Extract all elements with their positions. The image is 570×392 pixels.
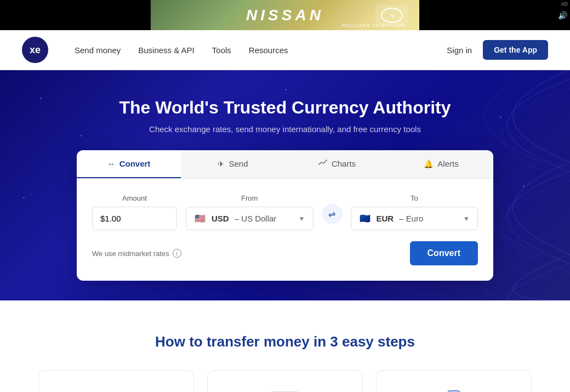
to-currency-name: – Euro [399,214,423,223]
from-currency-display: 🇺🇸 USD – US Dollar [194,214,276,223]
steps-section: How to transfer money in 3 easy steps [0,300,570,392]
nav-send-money[interactable]: Send money [75,46,121,55]
converter-tabs: ↔ Convert ✈ Send Charts 🔔 Alerts [77,150,493,179]
swap-btn-wrapper: ⇌ [322,204,342,230]
midmarket-note: We use midmarket rates i [92,249,181,258]
to-currency-code: EUR [377,214,394,223]
send-tab-icon: ✈ [218,160,224,168]
step-3-card: 3. Confirm and send Check the currencies… [376,370,532,392]
ad-content[interactable]: NISSAN N ROLLOVER TO EXPLORE [151,0,419,30]
navbar: xe Send money Business & API Tools Resou… [0,30,570,70]
hero-section: The World's Trusted Currency Authority C… [0,70,570,300]
nav-resources[interactable]: Resources [249,46,288,55]
step-3-icon-wrapper [432,386,476,392]
nav-business-api[interactable]: Business & API [138,46,195,55]
amount-field-group: Amount [92,194,177,230]
sign-in-link[interactable]: Sign in [447,46,472,55]
from-flag: 🇺🇸 [194,214,206,223]
from-currency-name: – US Dollar [235,214,277,223]
from-currency-chevron: ▼ [299,215,305,223]
ad-banner: NISSAN N ROLLOVER TO EXPLORE 🔊 AD [0,0,570,30]
to-currency-select[interactable]: 🇪🇺 EUR – Euro ▼ [351,207,478,230]
from-label: From [186,194,314,202]
ad-brand-text: NISSAN [246,7,324,24]
tab-charts[interactable]: Charts [285,150,389,178]
amount-input[interactable] [92,207,177,230]
swap-currencies-button[interactable]: ⇌ [322,204,342,224]
to-label: To [351,194,478,202]
tab-convert-label: Convert [119,159,151,168]
midmarket-info-icon[interactable]: i [173,249,181,258]
tab-alerts[interactable]: 🔔 Alerts [389,150,493,178]
ad-rollover-text: ROLLOVER TO EXPLORE [342,23,406,28]
tab-send[interactable]: ✈ Send [181,150,285,178]
from-currency-select[interactable]: 🇺🇸 USD – US Dollar ▼ [186,207,314,230]
tab-convert[interactable]: ↔ Convert [77,150,181,178]
step-2-card: 2. Enter details Add recipient (you'll n… [207,370,363,392]
hero-subtitle: Check exchange rates, send money interna… [11,124,559,134]
midmarket-text: We use midmarket rates [92,249,169,258]
tab-charts-label: Charts [332,159,356,168]
converter-fields: Amount From 🇺🇸 USD – US Dollar ▼ [92,194,478,230]
to-field-group: To 🇪🇺 EUR – Euro ▼ [351,194,478,230]
hero-title: The World's Trusted Currency Authority [11,98,559,118]
steps-grid: 1. Create account It takes just a few mi… [38,370,532,392]
nav-links: Send money Business & API Tools Resource… [75,46,447,55]
to-currency-chevron: ▼ [463,215,470,223]
tab-send-label: Send [229,159,248,168]
steps-title: How to transfer money in 3 easy steps [22,333,548,350]
step-1-card: 1. Create account It takes just a few mi… [38,370,194,392]
converter-body: Amount From 🇺🇸 USD – US Dollar ▼ [77,179,493,281]
tab-alerts-label: Alerts [437,159,458,168]
from-currency-code: USD [212,214,229,223]
converter-footer: We use midmarket rates i Convert [92,241,478,265]
amount-label: Amount [92,194,177,202]
to-flag: 🇪🇺 [359,214,371,223]
get-app-button[interactable]: Get the App [483,40,548,60]
ad-sound-icon[interactable]: 🔊 [558,11,567,20]
swap-icon: ⇌ [328,209,335,219]
from-field-group: From 🇺🇸 USD – US Dollar ▼ [186,194,314,230]
nav-tools[interactable]: Tools [212,46,231,55]
converter-card: ↔ Convert ✈ Send Charts 🔔 Alerts [77,150,493,281]
step-2-icon-wrapper [263,386,307,392]
convert-button[interactable]: Convert [410,241,478,265]
step-1-icon-wrapper [94,386,138,392]
charts-tab-icon [318,159,327,168]
alerts-tab-icon: 🔔 [424,160,433,168]
site-logo[interactable]: xe [22,37,48,63]
to-currency-display: 🇪🇺 EUR – Euro [359,214,424,223]
ad-label: AD [558,0,570,8]
convert-tab-icon: ↔ [107,160,115,168]
navbar-actions: Sign in Get the App [447,40,548,60]
